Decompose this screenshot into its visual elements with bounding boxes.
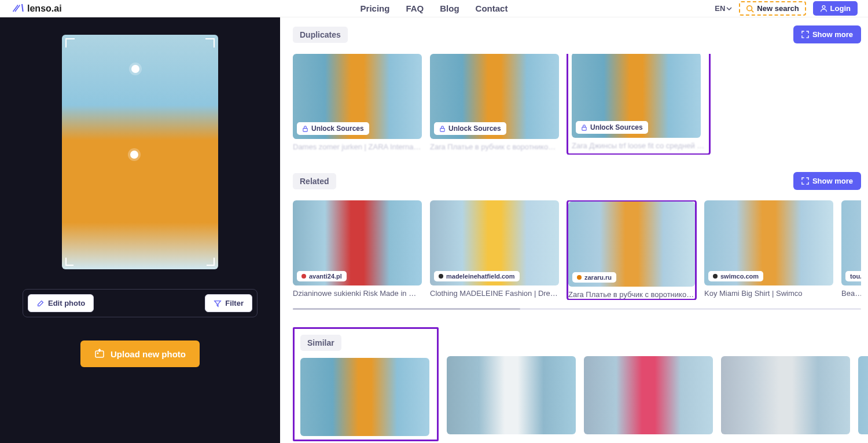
related-card[interactable]: swimco.com Koy Miami Big Shirt | Swimco … <box>704 200 833 300</box>
result-thumbnail: Unlock Sources <box>572 54 701 138</box>
similar-highlight-box: Similar <box>293 327 439 441</box>
nav-pricing[interactable]: Pricing <box>361 3 390 13</box>
svg-rect-5 <box>440 128 444 131</box>
source-label: zararu.ru <box>584 274 612 281</box>
edit-icon <box>36 299 45 307</box>
user-icon <box>820 5 827 12</box>
section-similar-title: Similar <box>300 335 341 351</box>
lock-icon <box>302 126 308 132</box>
edit-photo-button[interactable]: Edit photo <box>28 294 94 312</box>
hotspot-face[interactable] <box>131 65 139 73</box>
image-controls: Edit photo Filter <box>23 289 258 317</box>
source-pill[interactable]: avanti24.pl <box>297 271 347 281</box>
related-card[interactable]: madeleinehatfield.com Clothing MADELEINE… <box>430 200 559 300</box>
duplicate-card-highlighted[interactable]: Unlock Sources Zara Джинсы trf loose fit… <box>567 54 710 155</box>
new-search-label: New search <box>757 4 799 13</box>
duplicate-card[interactable]: Unlock Sources Zara Платье в рубчик с во… <box>430 54 559 155</box>
svg-point-3 <box>97 353 99 354</box>
language-selector[interactable]: EN <box>715 4 732 13</box>
expand-icon <box>801 177 809 185</box>
result-caption: Dames zomer jurken | ZARA International <box>293 142 422 151</box>
upload-new-photo-button[interactable]: Upload new photo <box>80 341 200 367</box>
result-caption: Zara Платье в рубчик с воротником по... <box>430 142 559 151</box>
svg-rect-4 <box>303 128 307 131</box>
result-thumbnail: zararu.ru <box>568 202 695 287</box>
expand-icon <box>801 31 809 38</box>
show-more-duplicates[interactable]: Show more <box>793 25 861 43</box>
result-caption: Koy Miami Big Shirt | Swimco <box>704 289 833 298</box>
source-dot-icon <box>713 274 718 279</box>
unlock-label: Unlock Sources <box>448 125 501 133</box>
result-thumbnail <box>447 356 576 434</box>
result-thumbnail <box>858 356 868 434</box>
query-image[interactable] <box>62 35 218 269</box>
results-content: Duplicates Show more Unlock Sources Dame… <box>280 17 868 443</box>
result-caption: Zara Платье в рубчик с воротником ... <box>568 290 695 299</box>
language-label: EN <box>715 4 725 13</box>
result-thumbnail: Unlock Sources <box>430 54 559 139</box>
search-icon <box>746 5 754 13</box>
section-related: Related Show more avanti24.pl Dzianinowe… <box>293 172 861 310</box>
section-duplicates-title: Duplicates <box>293 27 348 43</box>
source-label: swimco.com <box>720 273 759 280</box>
result-thumbnail: tou... <box>841 200 861 285</box>
result-caption: Beach... <box>841 289 861 298</box>
result-thumbnail: Unlock Sources <box>293 54 422 139</box>
show-more-related[interactable]: Show more <box>793 172 861 190</box>
source-label: avanti24.pl <box>309 273 342 280</box>
related-card[interactable]: tou... Beach... <box>841 200 861 300</box>
result-caption: Dzianinowe sukienki Risk Made in Warsa..… <box>293 289 422 298</box>
brand-text: lenso.ai <box>27 3 62 14</box>
section-similar: Similar <box>293 327 861 441</box>
section-duplicates: Duplicates Show more Unlock Sources Dame… <box>293 25 861 155</box>
unlock-label: Unlock Sources <box>311 125 364 133</box>
filter-button[interactable]: Filter <box>205 294 252 312</box>
svg-point-1 <box>822 6 825 9</box>
svg-rect-6 <box>582 127 586 130</box>
unlock-sources-pill[interactable]: Unlock Sources <box>434 122 506 135</box>
duplicate-card[interactable]: Unlock Sources Dames zomer jurken | ZARA… <box>293 54 422 155</box>
related-card[interactable]: avanti24.pl Dzianinowe sukienki Risk Mad… <box>293 200 422 300</box>
similar-card[interactable] <box>584 356 713 434</box>
source-dot-icon <box>301 274 306 279</box>
logo-mark: ⫽\ <box>10 2 24 14</box>
similar-card[interactable] <box>447 356 576 434</box>
hotspot-dress[interactable] <box>130 151 138 159</box>
result-thumbnail <box>584 356 713 434</box>
result-thumbnail[interactable] <box>300 358 429 436</box>
result-thumbnail: madeleinehatfield.com <box>430 200 559 285</box>
source-pill[interactable]: tou... <box>845 271 861 281</box>
nav-contact[interactable]: Contact <box>476 3 508 13</box>
source-dot-icon <box>577 275 582 280</box>
unlock-sources-pill[interactable]: Unlock Sources <box>576 121 648 134</box>
result-thumbnail <box>721 356 850 434</box>
sidebar: Edit photo Filter Upload new photo <box>0 17 280 443</box>
similar-card[interactable] <box>858 356 868 434</box>
horizontal-scrollbar[interactable] <box>293 308 861 310</box>
chevron-down-icon <box>726 6 732 12</box>
result-thumbnail: avanti24.pl <box>293 200 422 285</box>
similar-card[interactable] <box>721 356 850 434</box>
result-caption: Clothing MADELEINE Fashion | Dress - M..… <box>430 289 559 298</box>
source-pill[interactable]: swimco.com <box>708 271 763 281</box>
show-more-label: Show more <box>812 30 853 39</box>
source-pill[interactable]: zararu.ru <box>572 272 616 283</box>
nav-blog[interactable]: Blog <box>440 3 459 13</box>
filter-label: Filter <box>225 299 244 307</box>
source-label: madeleinehatfield.com <box>446 273 515 280</box>
unlock-sources-pill[interactable]: Unlock Sources <box>297 122 369 135</box>
show-more-label: Show more <box>812 177 853 185</box>
login-button[interactable]: Login <box>813 1 858 16</box>
source-pill[interactable]: madeleinehatfield.com <box>434 271 520 281</box>
related-card-highlighted[interactable]: zararu.ru Zara Платье в рубчик с воротни… <box>567 200 696 300</box>
nav-faq[interactable]: FAQ <box>406 3 424 13</box>
source-dot-icon <box>439 274 443 279</box>
upload-label: Upload new photo <box>111 349 186 359</box>
result-caption: Zara Джинсы trf loose fit со средней по.… <box>572 141 705 150</box>
login-label: Login <box>830 4 851 13</box>
new-search-button[interactable]: New search <box>739 1 806 16</box>
svg-point-0 <box>747 5 752 10</box>
upload-icon <box>94 349 105 359</box>
lock-icon <box>439 126 446 132</box>
logo[interactable]: ⫽\ lenso.ai <box>10 2 62 14</box>
